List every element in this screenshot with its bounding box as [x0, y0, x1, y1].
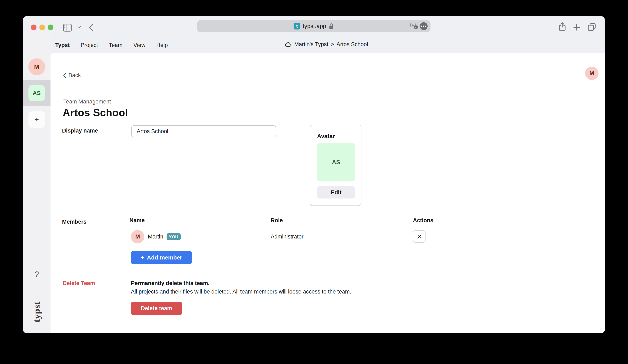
- column-header-name: Name: [130, 217, 145, 224]
- user-avatar-initial: M: [589, 70, 594, 76]
- close-icon: [417, 234, 422, 239]
- breadcrumb-separator: >: [331, 41, 334, 48]
- app-menubar: Typst Project Team View Help: [55, 42, 168, 48]
- back-link[interactable]: Back: [63, 72, 81, 78]
- typst-logo-text: typst: [31, 301, 42, 322]
- menu-team[interactable]: Team: [109, 42, 122, 48]
- breadcrumb: Martin's Typst > Artos School: [285, 41, 368, 48]
- add-member-label: Add member: [147, 254, 182, 261]
- menu-help[interactable]: Help: [156, 42, 168, 48]
- page-title: Artos School: [63, 107, 128, 119]
- close-window-button[interactable]: [31, 24, 36, 30]
- svg-text:x: x: [415, 26, 416, 29]
- favicon-letter: t: [296, 23, 298, 29]
- sidebar-team-artos-school[interactable]: AS: [28, 85, 45, 101]
- display-name-label: Display name: [62, 128, 98, 134]
- help-glyph: ?: [34, 270, 39, 279]
- table-header-divider: [131, 227, 553, 227]
- sidebar-team-initials: AS: [33, 90, 41, 96]
- toolbar-divider: [75, 24, 75, 31]
- member-avatar-initial: M: [135, 233, 140, 240]
- share-icon[interactable]: [558, 22, 566, 31]
- cloud-icon: [285, 42, 292, 47]
- you-badge: YOU: [166, 233, 181, 240]
- edit-avatar-button[interactable]: Edit: [317, 186, 355, 199]
- user-avatar[interactable]: M: [585, 67, 599, 80]
- delete-team-description: All projects and their files will be del…: [131, 289, 351, 295]
- minimize-window-button[interactable]: [39, 24, 45, 30]
- sidebar-user-avatar[interactable]: M: [28, 58, 45, 75]
- add-member-button[interactable]: + Add member: [131, 251, 192, 264]
- lock-icon: [329, 23, 334, 29]
- plus-icon: +: [34, 115, 39, 124]
- menu-view[interactable]: View: [133, 42, 145, 48]
- display-name-input[interactable]: [131, 125, 276, 137]
- browser-window: t typst.app A x: [23, 16, 605, 333]
- member-avatar: M: [131, 230, 144, 243]
- translate-icon[interactable]: A x: [410, 23, 418, 30]
- back-label: Back: [69, 72, 81, 78]
- members-label: Members: [62, 219, 86, 225]
- menu-project[interactable]: Project: [80, 42, 98, 48]
- svg-text:A: A: [412, 23, 414, 27]
- site-favicon: t: [294, 23, 300, 29]
- section-label: Team Management: [63, 98, 111, 105]
- you-badge-label: YOU: [169, 234, 178, 239]
- plus-icon: +: [141, 254, 145, 261]
- sidebar-toggle-icon[interactable]: [63, 23, 72, 32]
- browser-titlebar: t typst.app A x: [23, 16, 605, 33]
- delete-team-headline: Permanently delete this team.: [131, 280, 210, 287]
- menu-typst[interactable]: Typst: [55, 42, 70, 48]
- team-avatar-preview: AS: [317, 143, 355, 181]
- member-role: Administrator: [271, 233, 304, 240]
- tab-overview-icon[interactable]: [587, 23, 596, 31]
- sidebar-user-initial: M: [34, 63, 39, 70]
- team-avatar-initials: AS: [332, 159, 340, 166]
- column-header-role: Role: [271, 217, 283, 224]
- member-name: Martin: [148, 233, 163, 240]
- back-navigation-icon[interactable]: [88, 23, 94, 32]
- page-options-icon[interactable]: [420, 22, 428, 30]
- chevron-left-icon: [63, 73, 67, 78]
- typst-logo: typst: [23, 294, 51, 329]
- help-icon[interactable]: ?: [23, 270, 51, 279]
- avatar-card-title: Avatar: [317, 133, 335, 140]
- new-tab-icon[interactable]: [573, 23, 580, 31]
- zoom-window-button[interactable]: [48, 24, 53, 30]
- url-text: typst.app: [303, 23, 326, 29]
- address-bar[interactable]: t typst.app A x: [197, 20, 430, 32]
- chevron-down-icon[interactable]: [77, 26, 81, 29]
- delete-team-button[interactable]: Delete team: [131, 302, 182, 315]
- breadcrumb-parent[interactable]: Martin's Typst: [294, 41, 328, 48]
- team-sidebar: M AS + ? typst: [23, 33, 51, 333]
- column-header-actions: Actions: [413, 217, 433, 224]
- breadcrumb-current: Artos School: [336, 41, 368, 48]
- avatar-card: Avatar AS Edit: [310, 125, 361, 206]
- desktop-background: t typst.app A x: [0, 0, 628, 364]
- remove-member-button[interactable]: [413, 230, 426, 243]
- delete-team-section-label: Delete Team: [63, 280, 95, 287]
- sidebar-add-team-button[interactable]: +: [28, 111, 45, 128]
